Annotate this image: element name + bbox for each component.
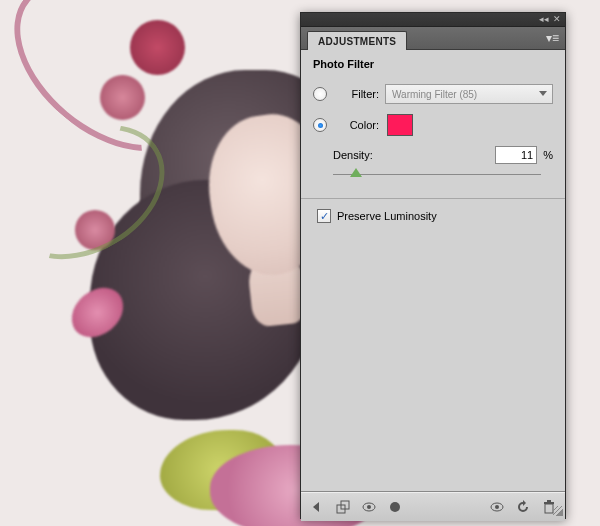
view-previous-icon[interactable] xyxy=(387,499,403,515)
panel-body: Photo Filter Filter: Warming Filter (85)… xyxy=(301,50,565,492)
close-icon[interactable]: ✕ xyxy=(553,15,561,24)
resize-grip-icon[interactable] xyxy=(553,506,563,516)
preserve-luminosity-row: ✓ Preserve Luminosity xyxy=(317,209,553,223)
filter-row: Filter: Warming Filter (85) xyxy=(313,84,553,104)
svg-point-6 xyxy=(495,505,499,509)
density-input[interactable]: 11 xyxy=(495,146,537,164)
density-label: Density: xyxy=(333,149,395,161)
color-swatch[interactable] xyxy=(387,114,413,136)
adjustments-panel: ◂◂ ✕ ADJUSTMENTS ▾≡ Photo Filter Filter:… xyxy=(300,12,566,519)
filter-label: Filter: xyxy=(333,88,379,100)
filter-radio[interactable] xyxy=(313,87,327,101)
eye-icon[interactable] xyxy=(361,499,377,515)
tab-adjustments[interactable]: ADJUSTMENTS xyxy=(307,31,407,50)
svg-point-3 xyxy=(367,505,371,509)
panel-footer xyxy=(301,492,565,521)
density-slider[interactable] xyxy=(333,168,541,182)
svg-rect-8 xyxy=(544,502,554,504)
collapse-icon[interactable]: ◂◂ xyxy=(539,15,549,24)
svg-point-4 xyxy=(390,502,400,512)
color-radio[interactable] xyxy=(313,118,327,132)
clip-to-layer-icon[interactable] xyxy=(335,499,351,515)
panel-tabbar: ADJUSTMENTS ▾≡ xyxy=(301,27,565,50)
svg-rect-9 xyxy=(547,500,551,502)
preserve-luminosity-checkbox[interactable]: ✓ xyxy=(317,209,331,223)
filter-dropdown[interactable]: Warming Filter (85) xyxy=(385,84,553,104)
preserve-luminosity-label: Preserve Luminosity xyxy=(337,210,437,222)
density-row: Density: 11 % xyxy=(313,146,553,164)
color-label: Color: xyxy=(333,119,379,131)
panel-menu-icon[interactable]: ▾≡ xyxy=(546,31,559,45)
back-arrow-icon[interactable] xyxy=(309,499,325,515)
color-row: Color: xyxy=(313,114,553,136)
reset-eye-icon[interactable] xyxy=(489,499,505,515)
divider xyxy=(301,198,565,199)
panel-titlebar[interactable]: ◂◂ ✕ xyxy=(301,13,565,27)
section-title: Photo Filter xyxy=(313,58,553,70)
reset-icon[interactable] xyxy=(515,499,531,515)
filter-dropdown-value: Warming Filter (85) xyxy=(392,89,477,100)
density-unit: % xyxy=(543,149,553,161)
svg-rect-7 xyxy=(545,504,553,513)
